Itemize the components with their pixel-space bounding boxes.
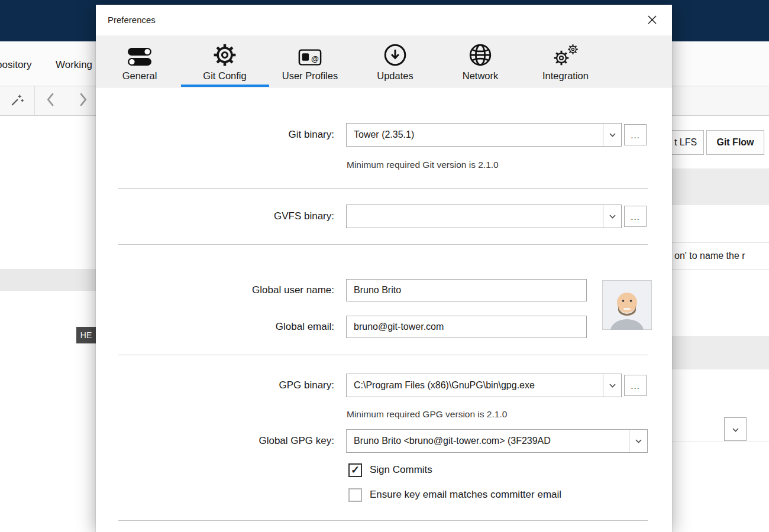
gvfs-binary-select[interactable]	[346, 205, 622, 228]
tab-label: Network	[463, 70, 499, 82]
background-row-band	[672, 168, 769, 205]
gpg-version-help: Minimum required GPG version is 2.1.0	[347, 409, 507, 420]
section-divider	[118, 520, 648, 521]
quick-actions-button[interactable]	[0, 86, 35, 115]
tab-general[interactable]: General	[97, 35, 182, 87]
download-circle-icon	[383, 40, 408, 67]
background-partial-text: on' to name the r	[672, 242, 769, 270]
tab-network[interactable]: Network	[438, 35, 523, 87]
tab-label: Git Config	[203, 70, 246, 82]
back-button[interactable]	[46, 92, 55, 109]
section-divider	[118, 244, 648, 245]
section-divider	[118, 188, 648, 189]
ensure-key-email-checkbox[interactable]	[348, 488, 362, 502]
tab-updates[interactable]: Updates	[353, 35, 438, 87]
menu-item-repository[interactable]: pository	[0, 59, 32, 71]
background-dropdown[interactable]	[724, 417, 747, 441]
background-row-separator	[672, 442, 769, 442]
background-row-band	[672, 336, 769, 369]
git-lfs-button[interactable]: t LFS	[667, 130, 704, 155]
gpg-binary-value: C:\Program Files (x86)\GnuPG\bin\gpg.exe	[347, 374, 603, 397]
chevron-down-icon	[603, 124, 621, 146]
globe-icon	[468, 40, 493, 67]
gvfs-binary-value	[347, 205, 603, 228]
gvfs-binary-label: GVFS binary:	[96, 205, 340, 228]
global-user-name-input[interactable]	[346, 279, 587, 301]
close-button[interactable]	[644, 13, 660, 28]
global-gpg-key-label: Global GPG key:	[96, 429, 340, 453]
git-binary-select[interactable]: Tower (2.35.1)	[346, 123, 622, 147]
preferences-dialog: Preferences General Git Confi	[96, 5, 672, 532]
dialog-title: Preferences	[108, 15, 156, 25]
gpg-binary-select[interactable]: C:\Program Files (x86)\GnuPG\bin\gpg.exe	[346, 374, 622, 397]
git-version-help: Minimum required Git version is 2.1.0	[347, 160, 499, 170]
close-icon	[648, 15, 657, 27]
history-nav	[34, 86, 100, 115]
preferences-tab-bar: General Git Config @ User Profiles	[96, 35, 672, 87]
id-badge-icon: @	[298, 40, 322, 67]
tab-integration[interactable]: Integration	[523, 35, 608, 87]
avatar	[602, 280, 652, 330]
double-gear-icon	[552, 40, 579, 67]
global-gpg-key-value: Bruno Brito <bruno@git-tower.com> (3F239…	[347, 430, 629, 452]
gvfs-binary-browse-button[interactable]: ...	[624, 206, 647, 227]
ensure-key-email-row: Ensure key email matches committer email	[348, 487, 561, 502]
chevron-down-icon	[629, 430, 647, 452]
menu-item-working-copy[interactable]: Working	[56, 59, 92, 71]
global-email-label: Global email:	[96, 316, 340, 338]
git-binary-browse-button[interactable]: ...	[624, 124, 647, 145]
svg-text:@: @	[311, 54, 319, 63]
global-user-name-label: Global user name:	[96, 279, 340, 301]
chevron-down-icon	[732, 424, 739, 434]
gear-icon	[212, 40, 237, 67]
head-badge: HE	[76, 327, 96, 343]
tab-git-config[interactable]: Git Config	[182, 35, 267, 87]
forward-button[interactable]	[79, 92, 88, 109]
global-gpg-key-select[interactable]: Bruno Brito <bruno@git-tower.com> (3F239…	[346, 429, 648, 453]
tab-label: User Profiles	[282, 70, 338, 82]
magic-wand-icon	[9, 92, 25, 110]
gpg-binary-label: GPG binary:	[96, 374, 340, 397]
git-binary-label: Git binary:	[96, 123, 340, 147]
tab-user-profiles[interactable]: @ User Profiles	[267, 35, 353, 87]
tab-label: Updates	[377, 70, 413, 82]
ensure-key-email-label: Ensure key email matches committer email	[370, 489, 561, 501]
chevron-down-icon	[603, 374, 621, 397]
sign-commits-checkbox[interactable]: ✓	[348, 463, 362, 477]
git-binary-value: Tower (2.35.1)	[347, 124, 603, 146]
toggles-icon	[126, 40, 153, 67]
tab-label: Integration	[542, 70, 589, 82]
background-row-band	[0, 269, 96, 291]
git-flow-button[interactable]: Git Flow	[706, 130, 764, 155]
section-divider	[118, 355, 648, 355]
sign-commits-label: Sign Commits	[370, 464, 432, 476]
global-email-input[interactable]	[346, 316, 587, 338]
gpg-binary-browse-button[interactable]: ...	[624, 375, 647, 396]
screen: pository Working t LFS G	[0, 0, 769, 532]
tab-label: General	[122, 70, 157, 82]
chevron-down-icon	[603, 205, 621, 228]
sign-commits-row: ✓ Sign Commits	[348, 462, 432, 478]
